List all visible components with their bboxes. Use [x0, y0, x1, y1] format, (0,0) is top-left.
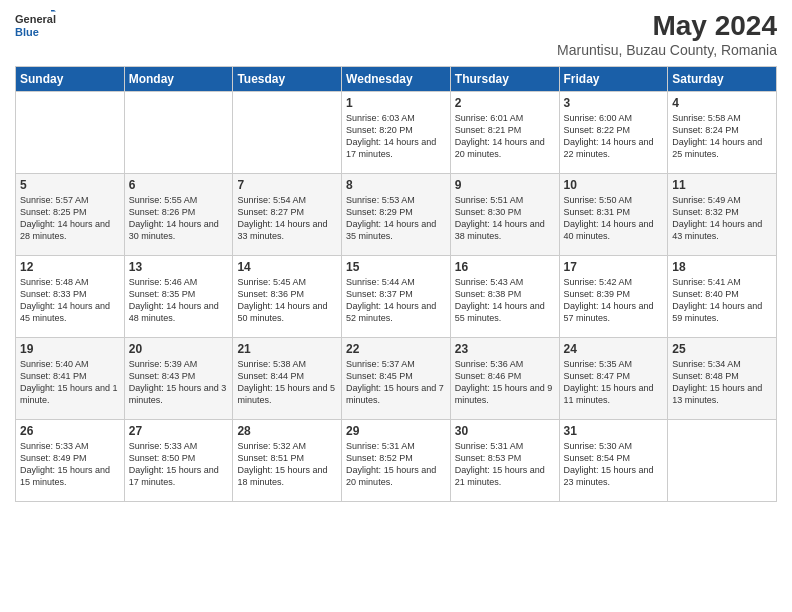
day-info: Sunrise: 5:40 AMSunset: 8:41 PMDaylight:…: [20, 358, 120, 407]
week-row-5: 26 Sunrise: 5:33 AMSunset: 8:49 PMDaylig…: [16, 420, 777, 502]
day-number: 19: [20, 342, 120, 356]
calendar-cell-1-5: 10 Sunrise: 5:50 AMSunset: 8:31 PMDaylig…: [559, 174, 668, 256]
day-info: Sunrise: 5:33 AMSunset: 8:49 PMDaylight:…: [20, 440, 120, 489]
calendar-cell-0-2: [233, 92, 342, 174]
week-row-4: 19 Sunrise: 5:40 AMSunset: 8:41 PMDaylig…: [16, 338, 777, 420]
day-info: Sunrise: 6:00 AMSunset: 8:22 PMDaylight:…: [564, 112, 664, 161]
day-info: Sunrise: 5:50 AMSunset: 8:31 PMDaylight:…: [564, 194, 664, 243]
svg-text:General: General: [15, 13, 56, 25]
day-number: 27: [129, 424, 229, 438]
day-number: 29: [346, 424, 446, 438]
calendar-cell-0-5: 3 Sunrise: 6:00 AMSunset: 8:22 PMDayligh…: [559, 92, 668, 174]
col-thursday: Thursday: [450, 67, 559, 92]
day-number: 15: [346, 260, 446, 274]
day-number: 4: [672, 96, 772, 110]
day-info: Sunrise: 6:03 AMSunset: 8:20 PMDaylight:…: [346, 112, 446, 161]
day-info: Sunrise: 5:53 AMSunset: 8:29 PMDaylight:…: [346, 194, 446, 243]
day-info: Sunrise: 5:31 AMSunset: 8:52 PMDaylight:…: [346, 440, 446, 489]
col-monday: Monday: [124, 67, 233, 92]
day-info: Sunrise: 5:38 AMSunset: 8:44 PMDaylight:…: [237, 358, 337, 407]
calendar-table: Sunday Monday Tuesday Wednesday Thursday…: [15, 66, 777, 502]
calendar-cell-2-4: 16 Sunrise: 5:43 AMSunset: 8:38 PMDaylig…: [450, 256, 559, 338]
day-number: 14: [237, 260, 337, 274]
day-info: Sunrise: 5:32 AMSunset: 8:51 PMDaylight:…: [237, 440, 337, 489]
day-number: 12: [20, 260, 120, 274]
week-row-2: 5 Sunrise: 5:57 AMSunset: 8:25 PMDayligh…: [16, 174, 777, 256]
calendar-cell-4-5: 31 Sunrise: 5:30 AMSunset: 8:54 PMDaylig…: [559, 420, 668, 502]
col-friday: Friday: [559, 67, 668, 92]
day-info: Sunrise: 5:46 AMSunset: 8:35 PMDaylight:…: [129, 276, 229, 325]
calendar-cell-2-1: 13 Sunrise: 5:46 AMSunset: 8:35 PMDaylig…: [124, 256, 233, 338]
day-info: Sunrise: 5:37 AMSunset: 8:45 PMDaylight:…: [346, 358, 446, 407]
day-number: 17: [564, 260, 664, 274]
day-number: 8: [346, 178, 446, 192]
svg-text:Blue: Blue: [15, 26, 39, 38]
calendar-cell-2-6: 18 Sunrise: 5:41 AMSunset: 8:40 PMDaylig…: [668, 256, 777, 338]
day-number: 31: [564, 424, 664, 438]
page: General Blue May 2024 Maruntisu, Buzau C…: [0, 0, 792, 612]
calendar-cell-1-1: 6 Sunrise: 5:55 AMSunset: 8:26 PMDayligh…: [124, 174, 233, 256]
day-number: 28: [237, 424, 337, 438]
day-info: Sunrise: 5:42 AMSunset: 8:39 PMDaylight:…: [564, 276, 664, 325]
day-number: 1: [346, 96, 446, 110]
day-number: 6: [129, 178, 229, 192]
col-sunday: Sunday: [16, 67, 125, 92]
calendar-cell-3-5: 24 Sunrise: 5:35 AMSunset: 8:47 PMDaylig…: [559, 338, 668, 420]
day-number: 7: [237, 178, 337, 192]
calendar-cell-1-2: 7 Sunrise: 5:54 AMSunset: 8:27 PMDayligh…: [233, 174, 342, 256]
calendar-cell-3-2: 21 Sunrise: 5:38 AMSunset: 8:44 PMDaylig…: [233, 338, 342, 420]
day-info: Sunrise: 5:31 AMSunset: 8:53 PMDaylight:…: [455, 440, 555, 489]
calendar-cell-2-0: 12 Sunrise: 5:48 AMSunset: 8:33 PMDaylig…: [16, 256, 125, 338]
day-number: 11: [672, 178, 772, 192]
day-info: Sunrise: 5:33 AMSunset: 8:50 PMDaylight:…: [129, 440, 229, 489]
calendar-cell-3-0: 19 Sunrise: 5:40 AMSunset: 8:41 PMDaylig…: [16, 338, 125, 420]
day-info: Sunrise: 5:34 AMSunset: 8:48 PMDaylight:…: [672, 358, 772, 407]
calendar-cell-0-4: 2 Sunrise: 6:01 AMSunset: 8:21 PMDayligh…: [450, 92, 559, 174]
calendar-cell-0-6: 4 Sunrise: 5:58 AMSunset: 8:24 PMDayligh…: [668, 92, 777, 174]
day-info: Sunrise: 5:35 AMSunset: 8:47 PMDaylight:…: [564, 358, 664, 407]
day-info: Sunrise: 5:39 AMSunset: 8:43 PMDaylight:…: [129, 358, 229, 407]
logo: General Blue: [15, 10, 75, 40]
calendar-cell-4-4: 30 Sunrise: 5:31 AMSunset: 8:53 PMDaylig…: [450, 420, 559, 502]
subtitle: Maruntisu, Buzau County, Romania: [557, 42, 777, 58]
day-info: Sunrise: 5:48 AMSunset: 8:33 PMDaylight:…: [20, 276, 120, 325]
calendar-cell-0-3: 1 Sunrise: 6:03 AMSunset: 8:20 PMDayligh…: [342, 92, 451, 174]
day-info: Sunrise: 5:43 AMSunset: 8:38 PMDaylight:…: [455, 276, 555, 325]
calendar-cell-4-2: 28 Sunrise: 5:32 AMSunset: 8:51 PMDaylig…: [233, 420, 342, 502]
calendar-cell-0-0: [16, 92, 125, 174]
calendar-cell-2-2: 14 Sunrise: 5:45 AMSunset: 8:36 PMDaylig…: [233, 256, 342, 338]
day-number: 13: [129, 260, 229, 274]
calendar-cell-2-3: 15 Sunrise: 5:44 AMSunset: 8:37 PMDaylig…: [342, 256, 451, 338]
day-info: Sunrise: 5:45 AMSunset: 8:36 PMDaylight:…: [237, 276, 337, 325]
col-saturday: Saturday: [668, 67, 777, 92]
calendar-cell-4-0: 26 Sunrise: 5:33 AMSunset: 8:49 PMDaylig…: [16, 420, 125, 502]
calendar-cell-4-3: 29 Sunrise: 5:31 AMSunset: 8:52 PMDaylig…: [342, 420, 451, 502]
day-number: 24: [564, 342, 664, 356]
svg-marker-2: [51, 10, 56, 12]
day-info: Sunrise: 5:41 AMSunset: 8:40 PMDaylight:…: [672, 276, 772, 325]
calendar-header-row: Sunday Monday Tuesday Wednesday Thursday…: [16, 67, 777, 92]
day-info: Sunrise: 5:44 AMSunset: 8:37 PMDaylight:…: [346, 276, 446, 325]
calendar-cell-1-3: 8 Sunrise: 5:53 AMSunset: 8:29 PMDayligh…: [342, 174, 451, 256]
calendar-cell-3-4: 23 Sunrise: 5:36 AMSunset: 8:46 PMDaylig…: [450, 338, 559, 420]
calendar-cell-1-6: 11 Sunrise: 5:49 AMSunset: 8:32 PMDaylig…: [668, 174, 777, 256]
day-number: 22: [346, 342, 446, 356]
main-title: May 2024: [557, 10, 777, 42]
calendar-cell-4-1: 27 Sunrise: 5:33 AMSunset: 8:50 PMDaylig…: [124, 420, 233, 502]
day-info: Sunrise: 6:01 AMSunset: 8:21 PMDaylight:…: [455, 112, 555, 161]
day-number: 2: [455, 96, 555, 110]
calendar-cell-0-1: [124, 92, 233, 174]
day-number: 9: [455, 178, 555, 192]
day-info: Sunrise: 5:36 AMSunset: 8:46 PMDaylight:…: [455, 358, 555, 407]
day-info: Sunrise: 5:30 AMSunset: 8:54 PMDaylight:…: [564, 440, 664, 489]
title-block: May 2024 Maruntisu, Buzau County, Romani…: [557, 10, 777, 58]
day-number: 25: [672, 342, 772, 356]
day-info: Sunrise: 5:49 AMSunset: 8:32 PMDaylight:…: [672, 194, 772, 243]
day-number: 23: [455, 342, 555, 356]
day-number: 10: [564, 178, 664, 192]
day-info: Sunrise: 5:54 AMSunset: 8:27 PMDaylight:…: [237, 194, 337, 243]
day-info: Sunrise: 5:57 AMSunset: 8:25 PMDaylight:…: [20, 194, 120, 243]
day-number: 30: [455, 424, 555, 438]
calendar-cell-3-3: 22 Sunrise: 5:37 AMSunset: 8:45 PMDaylig…: [342, 338, 451, 420]
day-number: 16: [455, 260, 555, 274]
